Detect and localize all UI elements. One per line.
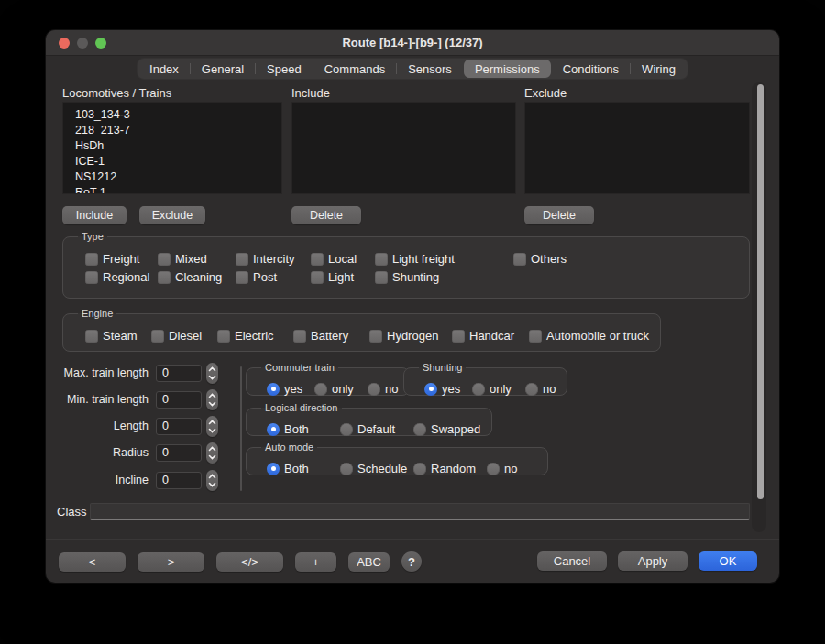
incline-stepper[interactable] (206, 470, 218, 491)
min-train-length-stepper[interactable] (206, 389, 218, 410)
radio-commuter-no[interactable]: no (368, 382, 398, 396)
tab-bar: Index General Speed Commands Sensors Per… (46, 59, 779, 79)
radio-icon (472, 383, 485, 396)
radius-input[interactable] (156, 444, 202, 462)
radio-shunting-yes[interactable]: yes (424, 382, 472, 396)
include-list[interactable] (292, 102, 516, 194)
checkbox-label: Handcar (469, 329, 514, 343)
list-item[interactable]: RoT 1 (63, 185, 281, 194)
auto-mode-label: Auto mode (261, 442, 317, 453)
tab-commands[interactable]: Commands (314, 60, 396, 78)
checkbox-icon (158, 271, 170, 284)
exclude-list[interactable] (524, 102, 750, 194)
footer: < > </> + ABC ? Cancel Apply OK (46, 551, 779, 572)
list-item[interactable]: HsDh (63, 138, 281, 154)
list-item[interactable]: 218_213-7 (63, 123, 281, 138)
radio-direction-default[interactable]: Default (340, 422, 413, 436)
checkbox-light-freight[interactable]: Light freight (375, 250, 513, 268)
checkbox-mixed[interactable]: Mixed (158, 250, 236, 268)
cancel-button[interactable]: Cancel (537, 551, 607, 571)
checkbox-regional[interactable]: Regional (85, 268, 158, 287)
include-button[interactable]: Include (62, 206, 126, 224)
help-button[interactable]: ? (402, 551, 422, 572)
tab-permissions[interactable]: Permissions (464, 60, 551, 78)
length-input[interactable] (156, 418, 202, 435)
checkbox-label: Automobile or truck (546, 329, 649, 343)
radio-commuter-only[interactable]: only (314, 382, 368, 396)
list-item[interactable]: NS1212 (63, 169, 281, 185)
list-item[interactable]: ICE-1 (63, 154, 281, 169)
checkbox-icon (452, 330, 465, 343)
checkbox-steam[interactable]: Steam (85, 327, 151, 345)
tab-wiring[interactable]: Wiring (631, 60, 687, 78)
radio-shunting-no[interactable]: no (525, 382, 556, 396)
exclude-button[interactable]: Exclude (139, 206, 205, 224)
xml-button[interactable]: </> (216, 552, 283, 572)
radio-icon (525, 383, 538, 396)
tab-conditions[interactable]: Conditions (552, 60, 630, 78)
radio-label: Both (284, 462, 309, 475)
radio-label: Random (431, 462, 476, 475)
list-item[interactable]: 103_134-3 (63, 107, 281, 123)
class-input[interactable] (90, 503, 750, 520)
checkbox-post[interactable]: Post (236, 268, 311, 287)
radio-auto-both[interactable]: Both (267, 462, 340, 475)
radio-commuter-yes[interactable]: yes (267, 382, 314, 396)
checkbox-label: Light (328, 270, 354, 284)
checkbox-battery[interactable]: Battery (293, 327, 369, 345)
tab-index[interactable]: Index (138, 60, 190, 78)
checkbox-hydrogen[interactable]: Hydrogen (369, 327, 452, 345)
max-train-length-stepper[interactable] (206, 363, 218, 384)
checkbox-intercity[interactable]: Intercity (236, 250, 311, 268)
radio-shunting-only[interactable]: only (472, 382, 525, 396)
locomotives-list[interactable]: 103_134-3 218_213-7 HsDh ICE-1 NS1212 Ro… (62, 102, 282, 194)
checkbox-others[interactable]: Others (513, 250, 738, 268)
checkbox-handcar[interactable]: Handcar (452, 327, 529, 345)
tab-general[interactable]: General (191, 60, 255, 78)
radio-direction-swapped[interactable]: Swapped (413, 422, 480, 436)
incline-label: Incline (57, 474, 148, 486)
next-route-button[interactable]: > (138, 552, 204, 572)
checkbox-icon (311, 253, 324, 266)
radius-row: Radius (57, 442, 218, 463)
checkbox-shunting[interactable]: Shunting (375, 268, 513, 287)
checkbox-label: Post (253, 270, 277, 284)
scrollbar-thumb[interactable] (757, 84, 764, 499)
add-button[interactable]: + (295, 552, 336, 572)
radio-icon (413, 463, 426, 475)
incline-input[interactable] (156, 472, 202, 489)
checkbox-electric[interactable]: Electric (217, 327, 293, 345)
abc-button[interactable]: ABC (348, 552, 390, 572)
ok-button[interactable]: OK (698, 551, 757, 571)
checkbox-label: Steam (103, 329, 138, 343)
radio-auto-random[interactable]: Random (413, 462, 487, 475)
radio-direction-both[interactable]: Both (267, 422, 340, 436)
checkbox-label: Shunting (392, 270, 439, 284)
include-delete-button[interactable]: Delete (292, 206, 361, 224)
min-train-length-input[interactable] (156, 391, 202, 409)
commuter-train-group: Commuter train yes only no (246, 362, 410, 396)
footer-divider (46, 539, 779, 540)
type-group-label: Type (78, 231, 107, 242)
checkbox-cleaning[interactable]: Cleaning (158, 268, 236, 287)
radio-auto-no[interactable]: no (487, 462, 536, 475)
checkbox-freight[interactable]: Freight (85, 250, 158, 268)
checkbox-automobile-or-truck[interactable]: Automobile or truck (529, 327, 649, 345)
checkbox-local[interactable]: Local (311, 250, 375, 268)
checkbox-icon (85, 271, 98, 284)
length-stepper[interactable] (206, 416, 218, 437)
min-train-length-label: Min. train length (57, 393, 148, 406)
max-train-length-input[interactable] (156, 365, 202, 382)
radio-label: yes (284, 382, 302, 396)
checkbox-light[interactable]: Light (311, 268, 375, 287)
checkbox-diesel[interactable]: Diesel (151, 327, 217, 345)
exclude-delete-button[interactable]: Delete (524, 206, 594, 224)
previous-route-button[interactable]: < (59, 552, 126, 572)
radio-auto-schedule[interactable]: Schedule (340, 462, 413, 475)
radius-stepper[interactable] (206, 442, 218, 464)
tab-speed[interactable]: Speed (256, 60, 313, 78)
apply-button[interactable]: Apply (618, 551, 688, 571)
radio-icon (487, 463, 500, 475)
titlebar[interactable]: Route [b14-]-[b9-] (12/37) (46, 30, 779, 56)
tab-sensors[interactable]: Sensors (397, 60, 463, 78)
